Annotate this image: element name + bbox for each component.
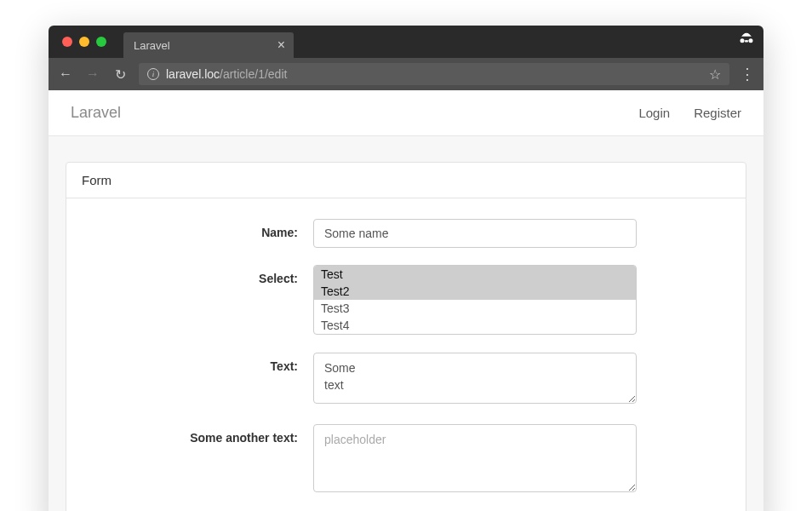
minimize-window-button[interactable] [79, 37, 89, 47]
site-info-icon[interactable]: i [147, 68, 159, 80]
login-link[interactable]: Login [638, 106, 670, 120]
panel-body: Name: Select: TestTest2Test3Test4 Text: [66, 198, 746, 511]
url-text: laravel.loc/article/1/edit [166, 67, 702, 81]
form-row-name: Name: [92, 219, 720, 248]
page-content: Laravel Login Register Form Name: S [49, 90, 763, 511]
form-panel: Form Name: Select: TestTest2Test3Test4 [66, 162, 746, 511]
panel-title: Form [66, 163, 746, 198]
nav-links: Login Register [638, 106, 741, 120]
select-input[interactable]: TestTest2Test3Test4 [313, 265, 637, 335]
nav-bar: ← → ↻ i laravel.loc/article/1/edit ☆ ⋮ [49, 58, 763, 90]
select-option[interactable]: Test3 [314, 300, 636, 317]
brand[interactable]: Laravel [71, 104, 121, 122]
chrome-top: Laravel × ← → ↻ i laravel.loc/article/1/… [49, 26, 763, 90]
name-label: Name: [92, 219, 313, 239]
select-label: Select: [92, 265, 313, 285]
name-input[interactable] [313, 219, 637, 248]
browser-window: Laravel × ← → ↻ i laravel.loc/article/1/… [49, 26, 763, 511]
maximize-window-button[interactable] [96, 37, 106, 47]
bookmark-icon[interactable]: ☆ [709, 66, 721, 83]
another-text-label: Some another text: [92, 424, 313, 445]
browser-menu-button[interactable]: ⋮ [740, 66, 755, 82]
address-bar[interactable]: i laravel.loc/article/1/edit ☆ [139, 63, 729, 85]
tab-title: Laravel [134, 39, 170, 52]
select-option[interactable]: Test [314, 266, 636, 283]
tab-bar: Laravel × [49, 26, 763, 58]
form-row-select: Select: TestTest2Test3Test4 [92, 265, 720, 336]
app-navbar: Laravel Login Register [49, 90, 763, 136]
text-label: Text: [92, 353, 313, 373]
browser-tab[interactable]: Laravel × [123, 32, 294, 58]
close-window-button[interactable] [62, 37, 72, 47]
register-link[interactable]: Register [694, 106, 741, 120]
text-input[interactable] [313, 353, 637, 404]
reload-button[interactable]: ↻ [112, 66, 129, 83]
form-row-text: Text: [92, 353, 720, 407]
traffic-lights [62, 37, 106, 47]
forward-button[interactable]: → [84, 66, 101, 82]
back-button[interactable]: ← [57, 66, 74, 82]
select-option[interactable]: Test4 [314, 317, 636, 334]
form-row-another-text: Some another text: [92, 424, 720, 496]
select-option[interactable]: Test2 [314, 283, 636, 300]
incognito-icon [738, 32, 755, 52]
main-container: Form Name: Select: TestTest2Test3Test4 [49, 136, 763, 511]
close-tab-icon[interactable]: × [277, 38, 285, 52]
another-text-input[interactable] [313, 424, 637, 492]
